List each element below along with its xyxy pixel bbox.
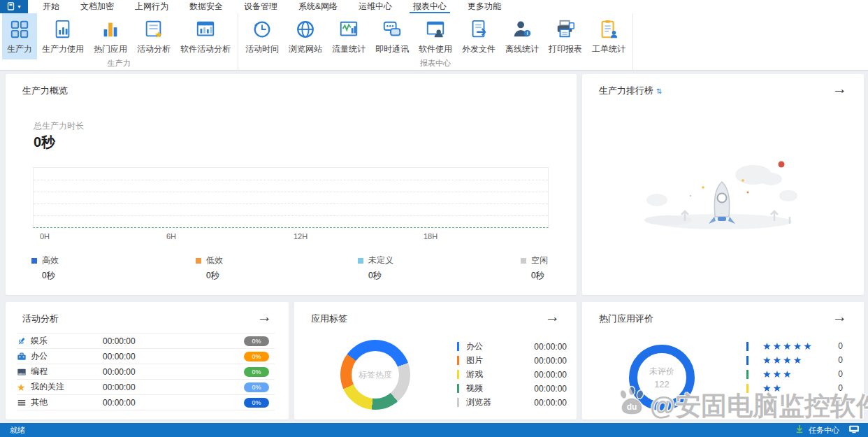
activity-row-programming[interactable]: c# 编程 00:00:00 0%: [17, 364, 275, 380]
activity-row-other[interactable]: 其他 00:00:00 0%: [17, 395, 275, 410]
percent-badge: 0%: [244, 336, 269, 346]
star-rating: ★★★★★: [762, 341, 838, 351]
panel-arrow-link[interactable]: →: [257, 308, 272, 325]
ribbon-button-label: 打印报表: [549, 43, 582, 55]
legend-tick: [457, 398, 459, 407]
tag-row-office: 办公 00:00:00: [457, 341, 567, 352]
ribbon-button-productivity-usage[interactable]: 生产力使用: [37, 13, 89, 59]
ribbon-button-software-activity-analysis[interactable]: 软件活动分析: [175, 13, 236, 59]
svg-text:i: i: [526, 30, 528, 36]
productivity-area-chart: [33, 167, 549, 228]
legend-item-inefficient: 低效 0秒: [196, 255, 223, 282]
printer-icon: [555, 17, 576, 42]
svg-text:★: ★: [154, 29, 163, 40]
ribbon-button-hot-apps[interactable]: 热门应用: [89, 13, 132, 59]
legend-color-swatch: [358, 258, 363, 264]
menu-tabs: 开始 文档加密 上网行为 数据安全 设备管理 系统&网络 运维中心 报表中心 更…: [32, 0, 512, 13]
app-menu-icon: [7, 1, 15, 13]
ribbon-button-label: 流量统计: [332, 43, 366, 55]
ribbon-button-offline-stats[interactable]: i 离线统计: [500, 13, 544, 59]
tab-data-security[interactable]: 数据安全: [179, 0, 233, 13]
ribbon-button-label: 外发文件: [462, 43, 496, 55]
ribbon-button-browse-websites[interactable]: 浏览网站: [284, 13, 327, 59]
rating-count: 0: [838, 341, 843, 351]
tab-more-features[interactable]: 更多功能: [457, 0, 512, 13]
rating-row-4-star: ★★★★ 0: [746, 354, 843, 366]
panel-arrow-link[interactable]: →: [832, 308, 847, 325]
legend-label: 未定义: [368, 255, 393, 266]
activity-row-office[interactable]: 办公 00:00:00 0%: [17, 349, 275, 364]
barchart-icon: [100, 17, 121, 42]
legend-label: 高效: [42, 255, 59, 266]
x-tick: 12H: [294, 232, 308, 241]
ribbon-button-ticket-stats[interactable]: 工单统计: [587, 13, 630, 59]
activity-time: 00:00:00: [103, 367, 136, 377]
rating-row-3-star: ★★★ 0: [746, 368, 843, 380]
clock-icon: [252, 17, 273, 42]
traffic-chart-icon: [338, 17, 359, 42]
ribbon-button-productivity[interactable]: 生产力: [2, 13, 37, 59]
x-tick: 18H: [424, 232, 437, 241]
task-center-label: 任务中心: [809, 425, 839, 436]
download-arrow-icon: [795, 424, 804, 436]
ribbon-button-activity-time[interactable]: 活动时间: [240, 13, 284, 59]
x-tick: 0H: [40, 232, 50, 241]
legend-item-undefined: 未定义 0秒: [358, 255, 393, 282]
task-center-button[interactable]: 任务中心: [795, 424, 860, 436]
ribbon-button-activity-analysis[interactable]: ★ 活动分析: [132, 13, 175, 59]
tab-ops-center[interactable]: 运维中心: [348, 0, 403, 13]
rating-row-1-star: ★ 0: [746, 396, 843, 408]
tab-web-behavior[interactable]: 上网行为: [124, 0, 179, 13]
legend-color-swatch: [31, 258, 37, 264]
ribbon-button-outgoing-files[interactable]: 外发文件: [457, 13, 500, 59]
ribbon-button-instant-messaging[interactable]: 即时通讯: [370, 13, 414, 59]
tag-row-game: 游戏 00:00:00: [457, 369, 567, 380]
legend-tick: [746, 342, 748, 351]
activity-rows: 娱乐 00:00:00 0% 办公 00:00:00 0% c# 编程 00:0…: [17, 333, 275, 410]
panel-arrow-link[interactable]: →: [832, 80, 847, 97]
star-rating: ★: [762, 397, 838, 407]
tab-system-network[interactable]: 系统&网络: [288, 0, 348, 13]
donut-center-label: 标签热度: [340, 340, 410, 410]
ribbon-button-label: 工单统计: [592, 43, 625, 55]
ribbon-button-label: 浏览网站: [289, 43, 322, 55]
ribbon-group-report-center: 活动时间 浏览网站 流量统计 即时通讯 软件使用: [238, 13, 633, 70]
ribbon-button-software-usage[interactable]: 软件使用: [414, 13, 457, 59]
chat-icon: [382, 17, 403, 42]
legend-tick: [746, 356, 748, 365]
total-productivity-value: 0秒: [34, 133, 55, 152]
panel-title: 热门应用评价: [599, 313, 653, 325]
legend-tick: [746, 398, 748, 407]
monitor-icon[interactable]: [848, 425, 860, 435]
star-rating: ★★: [762, 383, 838, 393]
panel-title: 活动分析: [22, 313, 59, 325]
percent-badge: 0%: [244, 398, 269, 408]
donut-center-label: 未评价: [649, 366, 674, 378]
activity-analysis-panel: 活动分析 → 娱乐 00:00:00 0% 办公 00:00:00 0% c# …: [6, 302, 289, 420]
activity-label: 办公: [31, 350, 48, 362]
ribbon-button-print-reports[interactable]: 打印报表: [544, 13, 587, 59]
productivity-ranking-panel: 生产力排行榜⇅ →: [582, 74, 864, 295]
activity-row-my-focus[interactable]: ★ 我的关注 00:00:00 0%: [17, 380, 275, 395]
legend-color-swatch: [521, 258, 526, 264]
app-menu-button[interactable]: ▾: [0, 0, 28, 13]
legend-tick: [457, 384, 459, 393]
sort-icon[interactable]: ⇅: [656, 87, 662, 95]
ribbon-button-traffic-stats[interactable]: 流量统计: [327, 13, 370, 59]
tab-doc-encryption[interactable]: 文档加密: [70, 0, 124, 13]
tab-device-management[interactable]: 设备管理: [233, 0, 288, 13]
tag-row-browser: 浏览器 00:00:00: [457, 397, 567, 408]
activity-row-entertainment[interactable]: 娱乐 00:00:00 0%: [17, 334, 275, 349]
tab-report-center[interactable]: 报表中心: [403, 0, 457, 13]
legend-tick: [746, 370, 748, 379]
panel-arrow-link[interactable]: →: [545, 308, 560, 325]
window-chart-icon: [195, 17, 216, 42]
legend-color-swatch: [196, 258, 201, 264]
tab-start[interactable]: 开始: [32, 0, 70, 13]
panel-title: 应用标签: [311, 313, 347, 325]
rating-row-2-star: ★★ 0: [746, 382, 843, 394]
menu-bar: ▾ 开始 文档加密 上网行为 数据安全 设备管理 系统&网络 运维中心 报表中心…: [0, 0, 868, 13]
panel-title: 生产力概览: [22, 85, 68, 97]
x-tick: 6H: [166, 232, 176, 241]
unrated-donut-chart: 未评价 122: [629, 345, 695, 410]
